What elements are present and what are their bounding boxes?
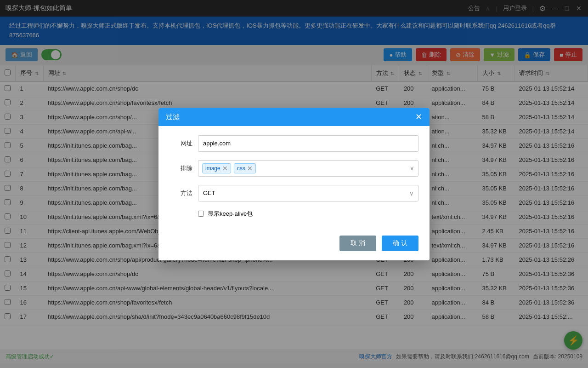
checkbox-row: 显示keep-alive包	[170, 210, 418, 218]
keepalive-label: 显示keep-alive包	[208, 210, 253, 218]
url-label: 网址	[170, 139, 192, 148]
tag-css-close[interactable]: ✕	[247, 165, 253, 172]
tag-css: css ✕	[234, 163, 256, 173]
dialog-footer: 取 消 确 认	[158, 236, 430, 260]
exclude-dropdown-arrow: ∨	[410, 165, 414, 172]
method-row: 方法 GET POST PUT DELETE ALL ∨	[170, 185, 418, 201]
tag-image: image ✕	[202, 163, 231, 173]
keepalive-checkbox[interactable]	[198, 211, 204, 217]
dialog-header: 过滤 ✕	[158, 108, 430, 126]
url-row: 网址	[170, 135, 418, 152]
method-select[interactable]: GET POST PUT DELETE ALL	[198, 185, 418, 201]
tag-image-close[interactable]: ✕	[222, 165, 228, 172]
confirm-button[interactable]: 确 认	[382, 236, 418, 251]
dialog-body: 网址 排除 image ✕ css ✕ ∨	[158, 126, 430, 236]
cancel-button[interactable]: 取 消	[339, 236, 376, 251]
dialog-close-button[interactable]: ✕	[415, 113, 422, 121]
dialog-overlay: 过滤 ✕ 网址 排除 image ✕ css ✕	[0, 0, 588, 368]
exclude-label: 排除	[170, 164, 192, 172]
exclude-row: 排除 image ✕ css ✕ ∨	[170, 160, 418, 177]
method-select-container: GET POST PUT DELETE ALL ∨	[198, 185, 418, 201]
dialog-title: 过滤	[166, 113, 180, 121]
method-label: 方法	[170, 189, 192, 197]
filter-dialog: 过滤 ✕ 网址 排除 image ✕ css ✕	[158, 108, 430, 260]
url-input[interactable]	[198, 135, 418, 152]
exclude-tags-container[interactable]: image ✕ css ✕ ∨	[198, 160, 418, 177]
